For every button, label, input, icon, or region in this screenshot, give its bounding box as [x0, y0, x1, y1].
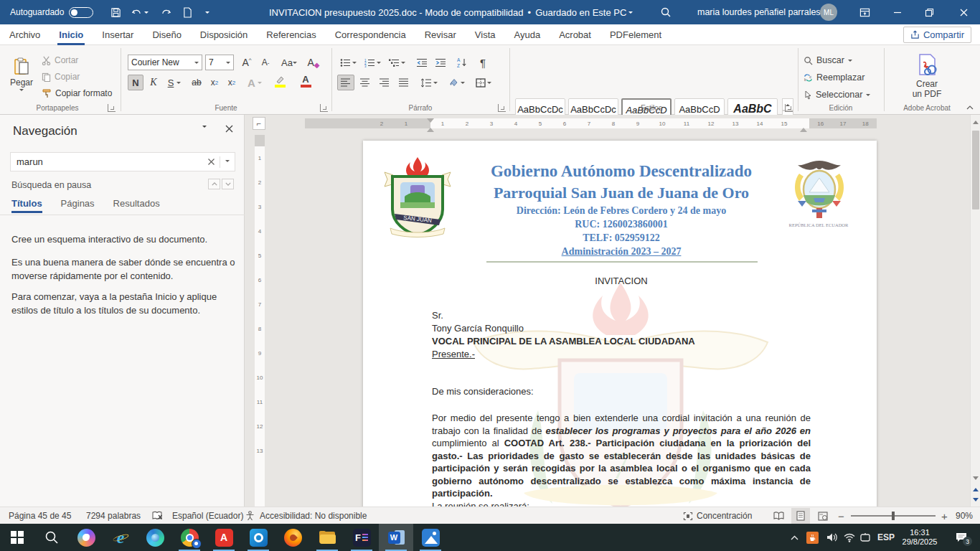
font-color-button[interactable]: A	[294, 73, 317, 89]
navigation-search-input[interactable]	[11, 156, 203, 167]
tray-wifi-icon[interactable]	[841, 524, 858, 551]
tray-cast-icon[interactable]	[857, 524, 874, 551]
close-button[interactable]	[948, 0, 980, 24]
format-painter-button[interactable]: Copiar formato	[42, 85, 112, 101]
touch-mode-icon[interactable]	[178, 0, 197, 24]
zoom-out-button[interactable]: −	[838, 507, 844, 524]
taskbar-filmora-button[interactable]: F	[344, 524, 379, 551]
font-name-dropdown-icon[interactable]	[194, 62, 199, 66]
navigation-pane-dropdown-icon[interactable]	[202, 128, 207, 141]
paste-dropdown-icon[interactable]	[19, 89, 24, 93]
language-indicator[interactable]: Español (Ecuador)	[172, 507, 243, 524]
cut-button[interactable]: Cortar	[42, 52, 78, 68]
taskbar-outlook-button[interactable]	[241, 524, 275, 551]
read-mode-view-icon[interactable]	[769, 508, 788, 524]
search-options-dropdown-icon[interactable]	[225, 160, 230, 164]
tray-show-hidden-icons[interactable]	[786, 524, 802, 551]
grow-font-button[interactable]: A^	[238, 55, 255, 70]
tab-disposicion[interactable]: Disposición	[191, 24, 257, 45]
paragraph-dialog-launcher-icon[interactable]	[498, 104, 506, 112]
align-left-button[interactable]	[337, 75, 354, 90]
previous-page-icon[interactable]	[971, 484, 980, 494]
collapse-ribbon-icon[interactable]	[964, 100, 976, 116]
navigation-pane-close-icon[interactable]	[225, 124, 234, 133]
taskbar-chrome-button[interactable]	[172, 524, 207, 551]
nav-tab-paginas[interactable]: Páginas	[61, 198, 95, 212]
clipboard-dialog-launcher-icon[interactable]	[108, 104, 116, 112]
tab-insertar[interactable]: Insertar	[93, 24, 143, 45]
undo-button[interactable]	[128, 0, 152, 24]
undo-dropdown-icon[interactable]	[144, 11, 149, 16]
decrease-indent-button[interactable]	[413, 55, 430, 70]
saved-status-dropdown-icon[interactable]	[628, 11, 633, 16]
notification-center-button[interactable]: 3	[948, 524, 974, 551]
tab-referencias[interactable]: Referencias	[257, 24, 325, 45]
superscript-button[interactable]: x2	[224, 75, 240, 90]
nav-tab-resultados[interactable]: Resultados	[113, 198, 160, 212]
replace-button[interactable]: bc Reemplazar	[804, 70, 864, 85]
taskbar-word-button[interactable]: W	[379, 524, 413, 551]
tab-diseno[interactable]: Diseño	[143, 24, 190, 45]
vertical-scrollbar[interactable]	[970, 115, 980, 507]
taskbar-search-button[interactable]	[34, 524, 69, 551]
font-name-combobox[interactable]: Courier New	[128, 55, 202, 70]
scrollbar-thumb[interactable]	[972, 131, 979, 209]
search-icon[interactable]	[660, 0, 672, 24]
tab-inicio[interactable]: Inicio	[50, 24, 93, 45]
tab-revisar[interactable]: Revisar	[415, 24, 466, 45]
change-case-button[interactable]: Aa	[278, 55, 300, 70]
tab-stop-selector[interactable]: ⌐	[253, 117, 265, 130]
tab-archivo[interactable]: Archivo	[0, 24, 50, 45]
restore-button[interactable]	[913, 0, 946, 24]
subscript-button[interactable]: x2	[207, 75, 222, 90]
word-count[interactable]: 7294 palabras	[86, 507, 141, 524]
autosave-toggle[interactable]	[69, 0, 93, 24]
increase-indent-button[interactable]	[432, 55, 449, 70]
font-size-combobox[interactable]: 7	[205, 55, 234, 70]
save-icon[interactable]	[106, 0, 125, 24]
align-center-button[interactable]	[357, 75, 374, 90]
shading-button[interactable]	[445, 75, 468, 90]
tab-ayuda[interactable]: Ayuda	[504, 24, 550, 45]
redo-button[interactable]	[156, 0, 175, 24]
focus-mode-button[interactable]: Concentración	[683, 507, 752, 524]
scroll-down-icon[interactable]	[971, 472, 980, 483]
vertical-ruler[interactable]: 12345678910111213	[255, 135, 265, 507]
tab-vista[interactable]: Vista	[466, 24, 505, 45]
minimize-button[interactable]	[881, 0, 913, 24]
taskbar-firefox-button[interactable]	[275, 524, 310, 551]
taskbar-copilot-button[interactable]	[69, 524, 103, 551]
highlight-color-button[interactable]	[268, 73, 291, 89]
italic-button[interactable]: K	[146, 75, 161, 90]
font-size-dropdown-icon[interactable]	[226, 62, 230, 66]
create-pdf-button[interactable]: Crear un PDF	[898, 51, 956, 101]
next-page-icon[interactable]	[971, 494, 980, 504]
account-name[interactable]: maria lourdes peñafiel parrales	[697, 0, 821, 24]
customize-quick-access-icon[interactable]	[198, 0, 217, 24]
font-dialog-launcher-icon[interactable]	[320, 104, 328, 112]
tray-language-indicator[interactable]: ESP	[874, 524, 898, 551]
zoom-percentage[interactable]: 90%	[956, 507, 973, 524]
tray-clock[interactable]: 16:31 29/8/2025	[898, 524, 941, 551]
find-button[interactable]: Buscar	[804, 52, 852, 68]
clear-formatting-button[interactable]: A◆	[304, 55, 323, 70]
horizontal-ruler[interactable]: 21 123456789101112131415 161718	[305, 118, 877, 128]
tab-pdfelement[interactable]: PDFelement	[600, 24, 671, 45]
accessibility-icon[interactable]	[245, 507, 255, 524]
show-paragraph-marks-button[interactable]: ¶	[475, 55, 491, 70]
tab-correspondencia[interactable]: Correspondencia	[326, 24, 415, 45]
multilevel-list-button[interactable]	[386, 55, 407, 70]
copy-button[interactable]: Copiar	[42, 69, 80, 85]
page-indicator[interactable]: Página 45 de 45	[9, 507, 71, 524]
taskbar-photos-button[interactable]	[413, 524, 448, 551]
hanging-indent-marker[interactable]	[427, 124, 434, 132]
select-button[interactable]: Seleccionar	[804, 87, 870, 103]
shrink-font-button[interactable]: Aˇ	[257, 55, 274, 70]
previous-result-button[interactable]	[208, 179, 220, 189]
zoom-slider-thumb[interactable]	[892, 512, 895, 520]
proofing-errors-icon[interactable]	[152, 507, 163, 524]
web-layout-view-icon[interactable]	[814, 508, 832, 524]
saved-status-text[interactable]: Guardado en Este PC	[535, 7, 626, 18]
align-right-button[interactable]	[376, 75, 393, 90]
tray-java-icon[interactable]	[804, 524, 821, 551]
